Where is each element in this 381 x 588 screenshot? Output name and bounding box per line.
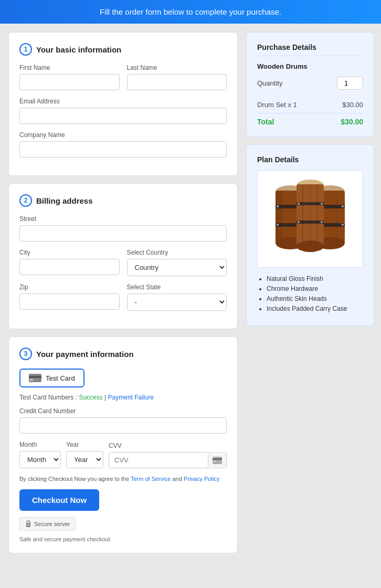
drum-image-wrapper bbox=[257, 170, 363, 268]
tos-link[interactable]: Term of Service bbox=[131, 476, 171, 482]
cc-number-input[interactable] bbox=[19, 417, 227, 434]
section2-label: Billing address bbox=[36, 196, 93, 205]
quantity-input[interactable] bbox=[337, 77, 363, 90]
section3-label: Your payment information bbox=[36, 350, 134, 359]
zip-group: Zip bbox=[19, 284, 120, 311]
city-group: City bbox=[19, 249, 120, 276]
svg-rect-2 bbox=[30, 379, 33, 381]
svg-rect-40 bbox=[297, 220, 324, 224]
first-name-group: First Name bbox=[19, 64, 120, 90]
last-name-label: Last Name bbox=[127, 64, 227, 71]
company-input[interactable] bbox=[19, 141, 227, 158]
svg-rect-4 bbox=[213, 458, 222, 460]
total-price: $30.00 bbox=[341, 118, 363, 126]
cvv-group: CVV bbox=[109, 442, 227, 468]
payment-section: 3 Your payment information Test Card Tes… bbox=[8, 337, 238, 553]
lock-icon bbox=[25, 520, 31, 528]
test-card-label: Test Card Numbers : bbox=[19, 394, 77, 401]
svg-point-32 bbox=[342, 224, 344, 226]
cc-number-group: Credit Card Number bbox=[19, 407, 227, 434]
quantity-row: Quantity bbox=[257, 77, 363, 90]
cc-number-row: Credit Card Number bbox=[19, 407, 227, 434]
product-name: Wooden Drums bbox=[257, 62, 363, 70]
card-icon bbox=[29, 374, 41, 382]
svg-rect-1 bbox=[29, 376, 41, 378]
svg-rect-5 bbox=[214, 461, 216, 462]
last-name-group: Last Name bbox=[127, 64, 227, 90]
failure-link[interactable]: Payment Failure bbox=[108, 394, 154, 401]
feature-4: Includes Padded Carry Case bbox=[267, 305, 363, 312]
country-select[interactable]: Country United States Canada United King… bbox=[127, 259, 227, 276]
cc-number-label: Credit Card Number bbox=[19, 407, 227, 415]
street-row: Street bbox=[19, 215, 227, 242]
year-group: Year Year 202420252026 202720282029 bbox=[66, 441, 103, 468]
card-button-label: Test Card bbox=[46, 374, 75, 382]
state-select[interactable]: - California New York Texas bbox=[127, 293, 227, 311]
card-button[interactable]: Test Card bbox=[19, 369, 84, 387]
svg-rect-3 bbox=[213, 457, 222, 464]
total-label: Total bbox=[257, 118, 274, 126]
banner-text: Fill the order form below to complete yo… bbox=[100, 7, 281, 16]
svg-point-17 bbox=[277, 205, 279, 207]
feature-1: Natural Gloss Finish bbox=[267, 275, 363, 282]
secure-badge: Secure server bbox=[19, 517, 76, 531]
test-card-numbers: Test Card Numbers : Success | Payment Fa… bbox=[19, 394, 227, 401]
month-select[interactable]: Month 010203 040506 070809 101112 bbox=[19, 451, 61, 468]
section2-title: 2 Billing address bbox=[19, 194, 227, 207]
month-label: Month bbox=[19, 441, 61, 448]
purchase-details-card: Purchase Details Wooden Drums Quantity D… bbox=[246, 32, 374, 137]
safe-text: Safe and secure payment checkout. bbox=[19, 536, 227, 542]
total-row: Total $30.00 bbox=[257, 113, 363, 126]
email-input[interactable] bbox=[19, 108, 227, 124]
country-label: Select Country bbox=[127, 249, 227, 256]
zip-input[interactable] bbox=[19, 293, 120, 310]
svg-point-19 bbox=[277, 224, 279, 226]
svg-point-44 bbox=[321, 221, 323, 223]
cvv-input[interactable] bbox=[109, 453, 208, 468]
drum-set-line: Drum Set x 1 $30.00 bbox=[257, 101, 363, 109]
drum-set-price: $30.00 bbox=[342, 101, 363, 109]
svg-point-30 bbox=[342, 205, 344, 207]
feature-2: Chrome Hardware bbox=[267, 285, 363, 292]
last-name-input[interactable] bbox=[127, 74, 227, 90]
right-column: Purchase Details Wooden Drums Quantity D… bbox=[246, 32, 374, 326]
street-group: Street bbox=[19, 215, 227, 242]
step3-circle: 3 bbox=[19, 348, 32, 360]
cvv-card-icon bbox=[208, 454, 226, 467]
state-group: Select State - California New York Texas bbox=[127, 284, 227, 311]
section3-title: 3 Your payment information bbox=[19, 348, 227, 360]
svg-point-43 bbox=[298, 221, 300, 223]
country-group: Select Country Country United States Can… bbox=[127, 249, 227, 276]
company-label: Company Name bbox=[19, 131, 227, 139]
company-row: Company Name bbox=[19, 131, 227, 158]
privacy-link[interactable]: Privacy Policy bbox=[184, 476, 219, 482]
year-select[interactable]: Year 202420252026 202720282029 bbox=[66, 451, 103, 468]
zip-state-row: Zip Select State - California New York T… bbox=[19, 284, 227, 311]
street-input[interactable] bbox=[19, 225, 227, 242]
checkout-button[interactable]: Checkout Now bbox=[19, 489, 99, 511]
first-name-label: First Name bbox=[19, 64, 120, 71]
top-banner: Fill the order form below to complete yo… bbox=[0, 0, 381, 24]
company-group: Company Name bbox=[19, 131, 227, 158]
left-column: 1 Your basic information First Name Last… bbox=[8, 32, 238, 553]
street-label: Street bbox=[19, 215, 227, 223]
email-row: Email Address bbox=[19, 98, 227, 124]
svg-rect-39 bbox=[297, 202, 324, 205]
step2-circle: 2 bbox=[19, 194, 32, 207]
svg-point-7 bbox=[28, 524, 29, 526]
plan-details-title: Plan Details bbox=[257, 155, 363, 164]
svg-point-42 bbox=[321, 203, 323, 205]
billing-address-section: 2 Billing address Street City Select Cou… bbox=[8, 183, 238, 329]
plan-features-list: Natural Gloss Finish Chrome Hardware Aut… bbox=[257, 275, 363, 312]
first-name-input[interactable] bbox=[19, 74, 120, 90]
success-link[interactable]: Success bbox=[79, 394, 102, 401]
name-row: First Name Last Name bbox=[19, 64, 227, 90]
month-group: Month Month 010203 040506 070809 101112 bbox=[19, 441, 61, 468]
tos-and: and bbox=[172, 476, 182, 482]
zip-label: Zip bbox=[19, 284, 120, 291]
city-input[interactable] bbox=[19, 259, 120, 275]
city-label: City bbox=[19, 249, 120, 256]
plan-details-card: Plan Details bbox=[246, 144, 374, 326]
email-group: Email Address bbox=[19, 98, 227, 124]
section1-label: Your basic information bbox=[36, 45, 121, 54]
